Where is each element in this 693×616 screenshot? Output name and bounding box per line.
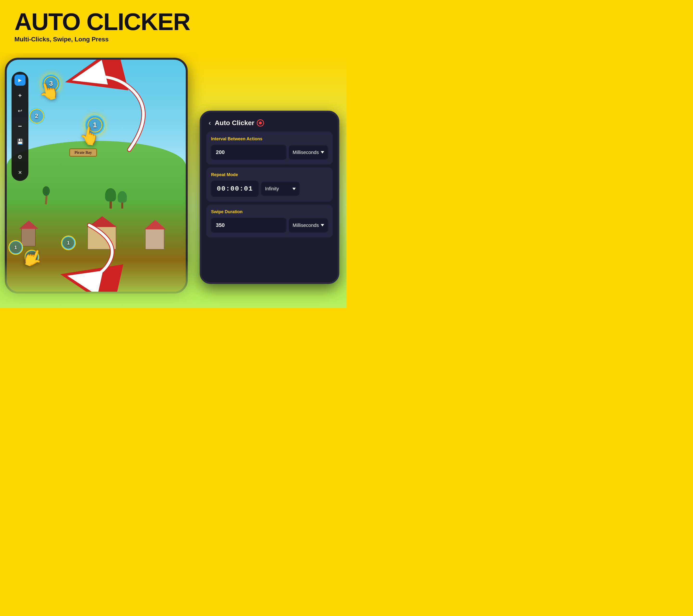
repeat-dropdown-arrow xyxy=(292,188,296,190)
repeat-time-value: 00:00:01 xyxy=(217,185,253,193)
gear-icon: ⚙ xyxy=(18,154,22,160)
click-target-1b: 1 xyxy=(9,240,23,254)
plus-icon: + xyxy=(18,92,22,99)
settings-title-text: Auto Clicker xyxy=(215,119,254,127)
close-icon: ✕ xyxy=(18,170,22,175)
interval-row: 200 Milliseconds xyxy=(211,145,328,160)
settings-title: Auto Clicker xyxy=(215,119,264,127)
swipe-row: 350 Milliseconds xyxy=(211,218,328,233)
swipe-section: Swipe Duration 350 Milliseconds xyxy=(206,204,333,238)
repeat-row: 00:00:01 Infinity xyxy=(211,181,328,197)
settings-header: ‹ Auto Clicker xyxy=(201,112,338,132)
building-3 xyxy=(87,225,116,250)
toolbar: ▶ + ↩ − 💾 ⚙ ✕ xyxy=(12,72,28,181)
settings-phone: ‹ Auto Clicker Interval Between Actions … xyxy=(200,111,339,284)
settings-screen: ‹ Auto Clicker Interval Between Actions … xyxy=(201,112,338,282)
undo-button[interactable]: ↩ xyxy=(15,105,25,117)
close-button[interactable]: ✕ xyxy=(15,167,25,178)
swipe-dropdown-arrow xyxy=(321,224,324,226)
roof-2 xyxy=(144,220,166,230)
target-icon xyxy=(257,119,264,126)
minus-icon: − xyxy=(18,122,22,130)
palm-1 xyxy=(43,186,50,204)
play-button[interactable]: ▶ xyxy=(15,75,25,86)
game-screen: Pirate Bay xyxy=(7,60,186,292)
roof-3 xyxy=(88,216,117,227)
swipe-unit-dropdown[interactable]: Milliseconds xyxy=(289,218,328,233)
swipe-unit-text: Milliseconds xyxy=(293,223,319,228)
settings-button[interactable]: ⚙ xyxy=(15,152,25,163)
tree-1 xyxy=(105,188,116,208)
app-title: AUTO CLICKER xyxy=(15,9,332,34)
repeat-label: Repeat Mode xyxy=(211,172,328,177)
repeat-section: Repeat Mode 00:00:01 Infinity xyxy=(206,167,333,202)
interval-unit-text: Milliseconds xyxy=(293,150,319,155)
interval-label: Interval Between Actions xyxy=(211,136,328,141)
interval-value[interactable]: 200 xyxy=(211,145,286,160)
main-area: Pirate Bay xyxy=(0,53,346,308)
target-1b-label: 1 xyxy=(14,245,17,250)
pirate-bay-sign: Pirate Bay xyxy=(69,148,97,157)
interval-section: Interval Between Actions 200 Millisecond… xyxy=(206,132,333,164)
play-icon: ▶ xyxy=(18,78,22,83)
click-target-2a: 2 xyxy=(28,108,45,124)
click-target-1c: 1 xyxy=(62,236,75,250)
interval-unit-dropdown[interactable]: Milliseconds xyxy=(289,145,328,160)
target-1c-label: 1 xyxy=(67,240,70,246)
hand-cursor-2: 👆 xyxy=(78,124,102,147)
swipe-label: Swipe Duration xyxy=(211,209,328,214)
save-icon: 💾 xyxy=(17,139,23,145)
repeat-mode-text: Infinity xyxy=(265,186,279,192)
interval-dropdown-arrow xyxy=(321,151,324,154)
undo-icon: ↩ xyxy=(18,108,22,114)
back-button[interactable]: ‹ xyxy=(209,119,211,127)
swipe-value[interactable]: 350 xyxy=(211,218,286,233)
back-icon: ‹ xyxy=(209,119,211,126)
interval-number: 200 xyxy=(216,149,225,155)
app-subtitle: Multi-Clicks, Swipe, Long Press xyxy=(15,36,332,43)
repeat-mode-dropdown[interactable]: Infinity xyxy=(261,182,300,196)
building-1 xyxy=(21,227,36,246)
save-button[interactable]: 💾 xyxy=(15,136,25,147)
tree-2 xyxy=(118,191,127,208)
main-phone: Pirate Bay xyxy=(5,58,188,294)
building-2 xyxy=(145,228,164,250)
swipe-number: 350 xyxy=(216,222,225,228)
zoom-in-button[interactable]: + xyxy=(15,90,25,101)
zoom-out-button[interactable]: − xyxy=(15,121,25,132)
repeat-time[interactable]: 00:00:01 xyxy=(211,181,259,197)
header: AUTO CLICKER Multi-Clicks, Swipe, Long P… xyxy=(0,0,346,53)
target-2a-label: 2 xyxy=(35,113,38,119)
roof-1 xyxy=(19,220,39,229)
